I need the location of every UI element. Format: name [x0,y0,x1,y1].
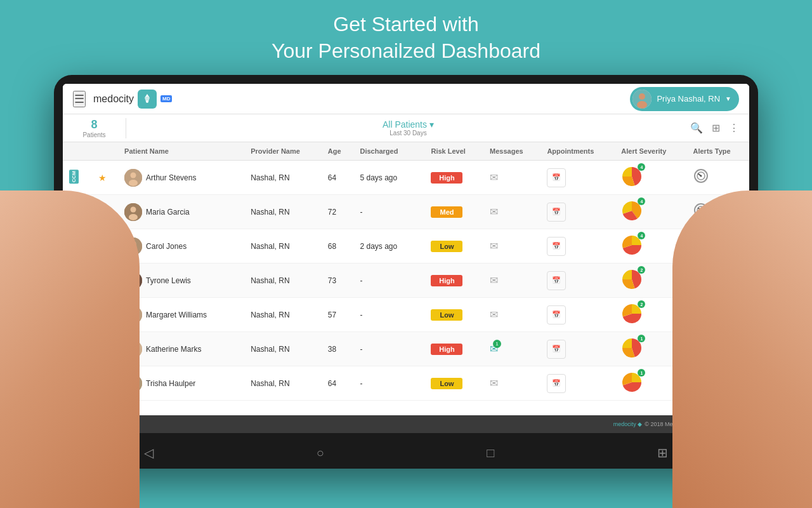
hand-left [0,190,140,508]
patient-name: Carol Jones [146,242,187,251]
appointments-cell[interactable]: 📅 [540,195,615,229]
search-icon[interactable]: 🔍 [690,122,703,134]
patient-name: Arthur Stevens [146,173,196,182]
recent-nav-icon[interactable]: □ [487,446,494,460]
hamburger-button[interactable]: ☰ [73,91,86,107]
age-cell: 64 [322,366,354,401]
calendar-icon[interactable]: 📅 [547,374,566,393]
tablet-frame: ☰ medocity MD [54,75,758,469]
message-icon[interactable]: ✉ [490,206,498,218]
ccm-badge: CCM [69,170,79,184]
alerts-type-cell [687,161,750,195]
filter-title[interactable]: All Patients ▾ [126,119,690,130]
message-icon[interactable]: ✉ [490,171,498,184]
tablet-screen: ☰ medocity MD [63,84,749,433]
appointments-cell[interactable]: 📅 [540,264,615,298]
risk-badge: High [431,275,462,286]
appointments-cell[interactable]: 📅 [540,298,615,332]
messages-cell[interactable]: ✉ [483,264,540,298]
appointments-cell[interactable]: 📅 [540,366,615,401]
appointments-cell[interactable]: 📅 [540,229,615,264]
table-row: ★ Katherine Marks Nashal, RN38-High ✉ 1 … [63,332,749,366]
calendar-icon[interactable]: 📅 [547,203,566,222]
home-nav-icon[interactable]: ○ [317,446,324,460]
grid-nav-icon[interactable]: ⊞ [657,445,668,460]
star-cell[interactable]: ★ [92,161,118,195]
calendar-icon[interactable]: 📅 [547,305,566,324]
alert-severity-cell: 4 [615,161,686,195]
svg-point-0 [146,100,148,103]
headline-area: Get Started with Your Personailzed Dashb… [0,11,812,64]
message-icon[interactable]: ✉ [490,309,498,321]
alert-chart: 2 [621,269,643,290]
message-icon[interactable]: ✉ 1 [490,343,498,355]
back-nav-icon[interactable]: ◁ [144,445,154,460]
risk-badge: Low [431,309,462,321]
calendar-icon[interactable]: 📅 [547,168,566,187]
messages-cell[interactable]: ✉ [483,195,540,229]
provider-cell: Nashal, RN [244,366,322,401]
alert-count-badge: 1 [638,369,645,377]
logo-icon [138,90,157,109]
ccm-cell: CCM [63,161,92,195]
age-cell: 57 [322,298,354,332]
risk-badge: Low [431,241,462,252]
messages-cell[interactable]: ✉ 1 [483,332,540,366]
star-icon[interactable]: ★ [98,173,107,183]
messages-cell[interactable]: ✉ [483,366,540,401]
col-header-discharged: Discharged [353,142,424,161]
table-header-row: Patient Name Provider Name Age Discharge… [63,142,749,161]
calendar-icon[interactable]: 📅 [547,237,566,256]
patient-name: Tyrone Lewis [146,276,191,285]
provider-cell: Nashal, RN [244,298,322,332]
age-cell: 38 [322,332,354,366]
sub-header-actions: 🔍 ⊞ ⋮ [690,122,749,134]
provider-cell: Nashal, RN [244,195,322,229]
patient-name: Katherine Marks [146,345,201,354]
provider-cell: Nashal, RN [244,264,322,298]
logo-area: medocity MD [93,90,172,109]
messages-cell[interactable]: ✉ [483,298,540,332]
risk-level-cell: Low [424,366,483,401]
user-name: Priya Nashal, RN [657,94,720,104]
message-icon[interactable]: ✉ [490,240,498,252]
app-header: ☰ medocity MD [63,84,749,114]
appointments-cell[interactable]: 📅 [540,161,615,195]
table-row: CCM★ Margaret Williams Nashal, RN57-Low✉… [63,298,749,332]
age-cell: 73 [322,264,354,298]
svg-point-2 [639,93,645,100]
col-header-age: Age [322,142,354,161]
calendar-icon[interactable]: 📅 [547,271,566,290]
table-row: CCM★ Arthur Stevens Nashal, RN645 days a… [63,161,749,195]
logo-text: medocity [93,93,134,105]
appointments-cell[interactable]: 📅 [540,332,615,366]
col-header-appointments: Appointments [540,142,615,161]
grid-view-icon[interactable]: ⊞ [712,122,720,134]
risk-level-cell: Low [424,229,483,264]
discharged-cell: - [353,264,424,298]
alert-count-badge: 2 [638,300,645,308]
age-cell: 72 [322,195,354,229]
chevron-down-icon: ▼ [725,95,731,102]
user-pill[interactable]: Priya Nashal, RN ▼ [630,87,739,111]
table-row: ★ Trisha Haulper Nashal, RN64-Low✉ 📅 1 [63,366,749,401]
alert-count-badge: 4 [638,163,645,171]
messages-cell[interactable]: ✉ [483,161,540,195]
footer-logo: medocity ◆ [613,421,643,427]
calendar-icon[interactable]: 📅 [547,340,566,359]
message-icon[interactable]: ✉ [490,377,498,389]
patient-name-cell: Arthur Stevens [118,161,244,195]
avatar [632,90,652,109]
col-header-patient-name: Patient Name [118,142,244,161]
col-header-alerts-type: Alerts Type [687,142,750,161]
patient-name-cell: Maria Garcia [118,195,244,229]
more-options-icon[interactable]: ⋮ [729,122,739,134]
patient-count: 8 [63,118,126,131]
message-icon[interactable]: ✉ [490,274,498,286]
messages-cell[interactable]: ✉ [483,229,540,264]
discharged-cell: 5 days ago [353,161,424,195]
alert-chart: 1 [621,371,643,393]
alert-chart: 2 [621,303,643,324]
provider-cell: Nashal, RN [244,161,322,195]
svg-point-12 [131,206,136,212]
